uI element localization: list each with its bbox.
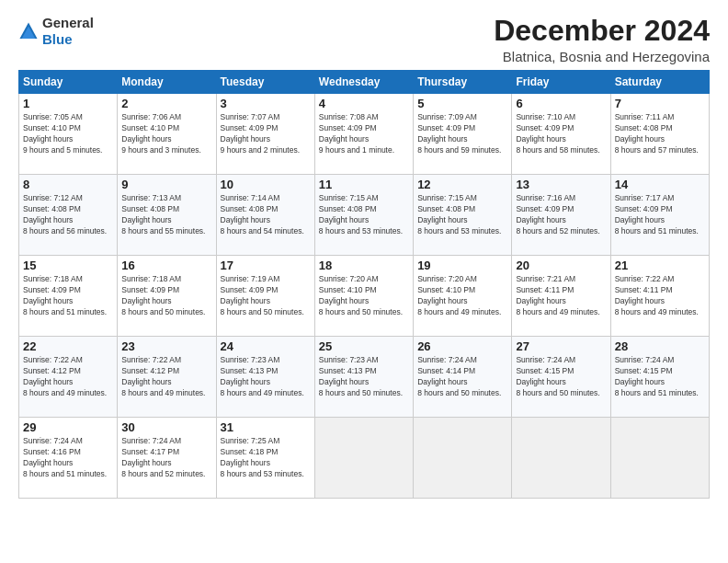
calendar-cell: 21Sunrise: 7:22 AMSunset: 4:11 PMDayligh… xyxy=(610,256,709,337)
day-number: 24 xyxy=(221,339,311,353)
calendar-cell: 3Sunrise: 7:07 AMSunset: 4:09 PMDaylight… xyxy=(216,94,314,175)
day-number: 26 xyxy=(417,339,507,353)
day-info: Sunrise: 7:05 AMSunset: 4:10 PMDaylight … xyxy=(23,112,102,155)
location-title: Blatnica, Bosnia and Herzegovina xyxy=(494,49,710,64)
day-number: 7 xyxy=(615,97,705,110)
day-number: 19 xyxy=(417,259,507,272)
col-thursday: Thursday xyxy=(414,71,512,94)
day-number: 22 xyxy=(23,339,113,353)
calendar-cell xyxy=(314,418,413,499)
calendar-cell: 14Sunrise: 7:17 AMSunset: 4:09 PMDayligh… xyxy=(610,175,709,256)
calendar-cell: 11Sunrise: 7:15 AMSunset: 4:08 PMDayligh… xyxy=(314,175,413,256)
calendar-cell: 17Sunrise: 7:19 AMSunset: 4:09 PMDayligh… xyxy=(216,256,314,337)
day-number: 4 xyxy=(319,97,409,110)
day-number: 17 xyxy=(221,259,311,272)
calendar-cell: 19Sunrise: 7:20 AMSunset: 4:10 PMDayligh… xyxy=(414,256,512,337)
calendar-cell xyxy=(512,418,610,499)
logo-icon xyxy=(18,21,39,41)
day-number: 29 xyxy=(23,420,113,434)
day-info: Sunrise: 7:08 AMSunset: 4:09 PMDaylight … xyxy=(319,112,394,155)
day-number: 16 xyxy=(121,259,211,272)
calendar-cell: 31Sunrise: 7:25 AMSunset: 4:18 PMDayligh… xyxy=(216,418,314,499)
calendar-cell: 5Sunrise: 7:09 AMSunset: 4:09 PMDaylight… xyxy=(414,94,512,175)
day-number: 6 xyxy=(516,97,606,110)
day-info: Sunrise: 7:18 AMSunset: 4:09 PMDaylight … xyxy=(23,274,107,316)
day-number: 21 xyxy=(615,259,705,272)
calendar-cell: 20Sunrise: 7:21 AMSunset: 4:11 PMDayligh… xyxy=(512,256,610,337)
day-number: 31 xyxy=(221,420,311,434)
calendar-cell: 27Sunrise: 7:24 AMSunset: 4:15 PMDayligh… xyxy=(512,337,610,418)
day-info: Sunrise: 7:13 AMSunset: 4:08 PMDaylight … xyxy=(121,193,205,236)
calendar-cell: 18Sunrise: 7:20 AMSunset: 4:10 PMDayligh… xyxy=(314,256,413,337)
col-monday: Monday xyxy=(118,71,216,94)
week-row-4: 22Sunrise: 7:22 AMSunset: 4:12 PMDayligh… xyxy=(19,337,710,418)
day-info: Sunrise: 7:24 AMSunset: 4:15 PMDaylight … xyxy=(516,355,599,397)
calendar-cell: 8Sunrise: 7:12 AMSunset: 4:08 PMDaylight… xyxy=(19,175,118,256)
calendar-cell xyxy=(610,418,709,499)
day-info: Sunrise: 7:17 AMSunset: 4:09 PMDaylight … xyxy=(615,193,699,236)
calendar-cell: 9Sunrise: 7:13 AMSunset: 4:08 PMDaylight… xyxy=(118,175,216,256)
day-info: Sunrise: 7:10 AMSunset: 4:09 PMDaylight … xyxy=(516,112,599,155)
day-info: Sunrise: 7:16 AMSunset: 4:09 PMDaylight … xyxy=(516,193,599,236)
calendar-cell: 26Sunrise: 7:24 AMSunset: 4:14 PMDayligh… xyxy=(414,337,512,418)
day-number: 10 xyxy=(221,178,311,191)
day-info: Sunrise: 7:09 AMSunset: 4:09 PMDaylight … xyxy=(417,112,501,155)
day-info: Sunrise: 7:24 AMSunset: 4:14 PMDaylight … xyxy=(417,355,501,397)
logo: General Blue xyxy=(18,15,94,48)
calendar-cell: 28Sunrise: 7:24 AMSunset: 4:15 PMDayligh… xyxy=(610,337,709,418)
day-info: Sunrise: 7:20 AMSunset: 4:10 PMDaylight … xyxy=(417,274,501,316)
day-info: Sunrise: 7:25 AMSunset: 4:18 PMDaylight … xyxy=(221,436,304,478)
calendar-cell: 24Sunrise: 7:23 AMSunset: 4:13 PMDayligh… xyxy=(216,337,314,418)
day-number: 14 xyxy=(615,178,705,191)
day-number: 8 xyxy=(23,178,113,191)
day-number: 27 xyxy=(516,339,606,353)
calendar-cell: 4Sunrise: 7:08 AMSunset: 4:09 PMDaylight… xyxy=(314,94,413,175)
title-block: December 2024 Blatnica, Bosnia and Herze… xyxy=(494,15,710,64)
calendar-cell: 6Sunrise: 7:10 AMSunset: 4:09 PMDaylight… xyxy=(512,94,610,175)
calendar-cell: 10Sunrise: 7:14 AMSunset: 4:08 PMDayligh… xyxy=(216,175,314,256)
day-info: Sunrise: 7:23 AMSunset: 4:13 PMDaylight … xyxy=(221,355,304,397)
calendar-cell: 23Sunrise: 7:22 AMSunset: 4:12 PMDayligh… xyxy=(118,337,216,418)
day-info: Sunrise: 7:24 AMSunset: 4:16 PMDaylight … xyxy=(23,436,107,478)
day-number: 20 xyxy=(516,259,606,272)
calendar-cell: 25Sunrise: 7:23 AMSunset: 4:13 PMDayligh… xyxy=(314,337,413,418)
day-info: Sunrise: 7:23 AMSunset: 4:13 PMDaylight … xyxy=(319,355,403,397)
week-row-5: 29Sunrise: 7:24 AMSunset: 4:16 PMDayligh… xyxy=(19,418,710,499)
day-info: Sunrise: 7:07 AMSunset: 4:09 PMDaylight … xyxy=(221,112,300,155)
calendar-cell: 12Sunrise: 7:15 AMSunset: 4:08 PMDayligh… xyxy=(414,175,512,256)
day-number: 9 xyxy=(121,178,211,191)
day-number: 15 xyxy=(23,259,113,272)
day-number: 5 xyxy=(417,97,507,110)
header-row: Sunday Monday Tuesday Wednesday Thursday… xyxy=(19,71,710,94)
day-number: 12 xyxy=(417,178,507,191)
day-info: Sunrise: 7:22 AMSunset: 4:12 PMDaylight … xyxy=(23,355,107,397)
week-row-2: 8Sunrise: 7:12 AMSunset: 4:08 PMDaylight… xyxy=(19,175,710,256)
calendar-cell: 30Sunrise: 7:24 AMSunset: 4:17 PMDayligh… xyxy=(118,418,216,499)
day-number: 2 xyxy=(121,97,211,110)
calendar-cell: 2Sunrise: 7:06 AMSunset: 4:10 PMDaylight… xyxy=(118,94,216,175)
day-info: Sunrise: 7:12 AMSunset: 4:08 PMDaylight … xyxy=(23,193,107,236)
col-sunday: Sunday xyxy=(19,71,118,94)
day-info: Sunrise: 7:11 AMSunset: 4:08 PMDaylight … xyxy=(615,112,699,155)
day-info: Sunrise: 7:15 AMSunset: 4:08 PMDaylight … xyxy=(319,193,403,236)
page-container: General Blue December 2024 Blatnica, Bos… xyxy=(0,0,728,508)
day-info: Sunrise: 7:18 AMSunset: 4:09 PMDaylight … xyxy=(121,274,205,316)
day-info: Sunrise: 7:24 AMSunset: 4:15 PMDaylight … xyxy=(615,355,699,397)
day-number: 18 xyxy=(319,259,409,272)
col-tuesday: Tuesday xyxy=(216,71,314,94)
calendar-cell: 29Sunrise: 7:24 AMSunset: 4:16 PMDayligh… xyxy=(19,418,118,499)
calendar-cell xyxy=(414,418,512,499)
day-info: Sunrise: 7:19 AMSunset: 4:09 PMDaylight … xyxy=(221,274,304,316)
day-number: 30 xyxy=(121,420,211,434)
day-number: 25 xyxy=(319,339,409,353)
day-info: Sunrise: 7:21 AMSunset: 4:11 PMDaylight … xyxy=(516,274,599,316)
calendar-cell: 22Sunrise: 7:22 AMSunset: 4:12 PMDayligh… xyxy=(19,337,118,418)
day-number: 11 xyxy=(319,178,409,191)
calendar-cell: 1Sunrise: 7:05 AMSunset: 4:10 PMDaylight… xyxy=(19,94,118,175)
calendar-table: Sunday Monday Tuesday Wednesday Thursday… xyxy=(18,70,710,499)
day-info: Sunrise: 7:14 AMSunset: 4:08 PMDaylight … xyxy=(221,193,304,236)
col-saturday: Saturday xyxy=(610,71,709,94)
col-wednesday: Wednesday xyxy=(314,71,413,94)
calendar-cell: 7Sunrise: 7:11 AMSunset: 4:08 PMDaylight… xyxy=(610,94,709,175)
day-info: Sunrise: 7:20 AMSunset: 4:10 PMDaylight … xyxy=(319,274,403,316)
